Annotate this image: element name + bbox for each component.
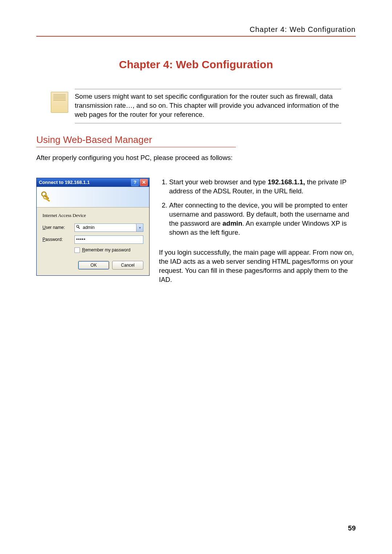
after-login-paragraph: If you login successfully, the main page… (159, 248, 356, 284)
dialog-title: Connect to 192.168.1.1 (39, 180, 90, 185)
dialog-titlebar: Connect to 192.168.1.1 ? ✕ (37, 178, 149, 187)
close-button[interactable]: ✕ (140, 179, 148, 186)
key-icon (76, 225, 81, 230)
ok-button[interactable]: OK (78, 261, 109, 270)
step-1: Start your web browser and type 192.168.… (169, 178, 356, 196)
login-dialog-figure: Connect to 192.168.1.1 ? ✕ Interne (36, 178, 150, 276)
chevron-down-icon[interactable]: ▾ (136, 224, 143, 231)
remember-label: Remember my password (82, 247, 130, 253)
dialog-banner (37, 187, 149, 208)
step-2: After connecting to the device, you will… (169, 201, 356, 237)
page-number: 59 (348, 524, 356, 532)
remember-checkbox[interactable] (74, 247, 80, 253)
keys-icon (40, 190, 53, 203)
cancel-button[interactable]: Cancel (112, 261, 143, 270)
password-label: Password: (42, 237, 74, 242)
running-header: Chapter 4: Web Configuration (36, 25, 356, 36)
username-value: admin (83, 225, 95, 230)
note-block: Some users might want to set specific co… (51, 89, 341, 123)
note-text: Some users might want to set specific co… (75, 89, 341, 123)
section-heading: Using Web-Based Manager (36, 134, 236, 147)
steps-list: Start your web browser and type 192.168.… (159, 178, 356, 237)
intro-paragraph: After properly configuring you host PC, … (36, 154, 356, 162)
username-label: User name: (42, 225, 74, 230)
xp-auth-dialog: Connect to 192.168.1.1 ? ✕ Interne (36, 178, 150, 276)
password-value: ••••• (76, 237, 86, 242)
header-rule (36, 36, 356, 37)
help-button[interactable]: ? (131, 179, 139, 186)
note-icon (51, 92, 68, 113)
password-input[interactable]: ••••• (74, 235, 143, 244)
device-label: Internet Access Device (42, 213, 143, 218)
chapter-title: Chapter 4: Web Configuration (36, 58, 356, 71)
username-input[interactable]: admin ▾ (74, 223, 143, 232)
